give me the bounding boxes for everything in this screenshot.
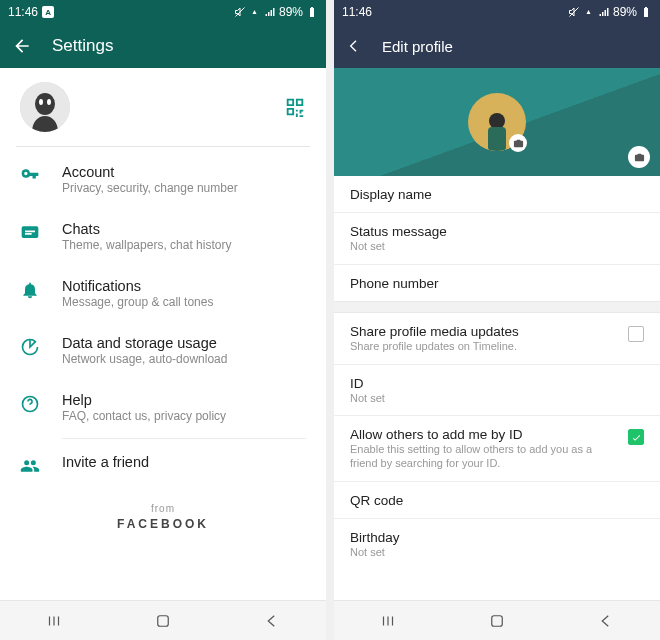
row-phone-number[interactable]: Phone number — [334, 265, 660, 301]
row-sub: Share profile updates on Timeline. — [350, 340, 616, 354]
status-time: 11:46 — [342, 5, 372, 19]
setting-sub: FAQ, contact us, privacy policy — [62, 409, 306, 423]
row-sub: Not set — [350, 240, 644, 254]
row-label: QR code — [350, 493, 644, 508]
setting-title: Data and storage usage — [62, 335, 306, 351]
status-battery: 89% — [613, 5, 637, 19]
setting-chats[interactable]: Chats Theme, wallpapers, chat history — [0, 208, 326, 265]
row-label: Birthday — [350, 530, 644, 545]
row-share-media[interactable]: Share profile media updates Share profil… — [334, 313, 660, 365]
allow-add-checkbox[interactable] — [628, 429, 644, 445]
row-label: Allow others to add me by ID — [350, 427, 616, 442]
svg-point-2 — [39, 99, 43, 105]
profile-cover[interactable] — [334, 68, 660, 176]
line-edit-profile-screen: 11:46 89% Edit profile — [334, 0, 660, 640]
row-sub: Not set — [350, 392, 644, 406]
mute-icon — [234, 6, 246, 18]
row-label: Display name — [350, 187, 644, 202]
settings-list: Account Privacy, security, change number… — [0, 147, 326, 489]
qr-code-icon[interactable] — [284, 96, 306, 118]
check-icon — [631, 432, 642, 443]
status-bar: 11:46 89% — [334, 0, 660, 24]
profile-row[interactable] — [0, 68, 326, 146]
battery-icon — [306, 6, 318, 18]
row-qr-code[interactable]: QR code — [334, 482, 660, 519]
back-icon[interactable] — [12, 36, 32, 56]
chat-icon — [20, 223, 40, 243]
status-badge-icon: A — [42, 6, 54, 18]
setting-data-storage[interactable]: Data and storage usage Network usage, au… — [0, 322, 326, 379]
whatsapp-settings-screen: 11:46 A 89% Settings — [0, 0, 326, 640]
data-usage-icon — [20, 337, 40, 357]
back-icon[interactable] — [346, 38, 362, 54]
setting-title: Account — [62, 164, 306, 180]
status-battery: 89% — [279, 5, 303, 19]
divider — [62, 438, 306, 439]
row-status-message[interactable]: Status message Not set — [334, 213, 660, 265]
signal-icon — [598, 6, 610, 18]
recent-apps-icon[interactable] — [45, 612, 63, 630]
edit-profile-list: Display name Status message Not set Phon… — [334, 176, 660, 600]
from-brand: FACEBOOK — [0, 517, 326, 531]
settings-header: Settings — [0, 24, 326, 68]
row-allow-add-by-id[interactable]: Allow others to add me by ID Enable this… — [334, 416, 660, 482]
setting-sub: Privacy, security, change number — [62, 181, 306, 195]
profile-avatar[interactable] — [20, 82, 70, 132]
back-nav-icon[interactable] — [263, 612, 281, 630]
status-time: 11:46 — [8, 5, 38, 19]
svg-rect-7 — [488, 127, 506, 151]
edit-profile-header: Edit profile — [334, 24, 660, 68]
setting-sub: Theme, wallpapers, chat history — [62, 238, 306, 252]
svg-point-1 — [35, 93, 55, 115]
recent-apps-icon[interactable] — [379, 612, 397, 630]
row-label: ID — [350, 376, 644, 391]
home-icon[interactable] — [154, 612, 172, 630]
back-nav-icon[interactable] — [597, 612, 615, 630]
row-display-name[interactable]: Display name — [334, 176, 660, 213]
people-icon — [20, 456, 40, 476]
setting-title: Invite a friend — [62, 454, 306, 470]
setting-sub: Network usage, auto-download — [62, 352, 306, 366]
battery-icon — [640, 6, 652, 18]
setting-account[interactable]: Account Privacy, security, change number — [0, 151, 326, 208]
row-sub: Enable this setting to allow others to a… — [350, 443, 616, 471]
from-facebook: from FACEBOOK — [0, 503, 326, 531]
setting-title: Chats — [62, 221, 306, 237]
svg-rect-8 — [492, 119, 502, 124]
row-label: Phone number — [350, 276, 644, 291]
row-birthday[interactable]: Birthday Not set — [334, 519, 660, 570]
change-photo-icon[interactable] — [509, 134, 527, 152]
svg-point-3 — [47, 99, 51, 105]
setting-title: Notifications — [62, 278, 306, 294]
svg-rect-4 — [158, 615, 169, 626]
status-bar: 11:46 A 89% — [0, 0, 326, 24]
setting-title: Help — [62, 392, 306, 408]
android-navbar — [0, 600, 326, 640]
change-cover-icon[interactable] — [628, 146, 650, 168]
row-label: Status message — [350, 224, 644, 239]
key-icon — [20, 166, 40, 186]
row-label: Share profile media updates — [350, 324, 616, 339]
settings-title: Settings — [52, 36, 113, 56]
setting-notifications[interactable]: Notifications Message, group & call tone… — [0, 265, 326, 322]
network-icon — [583, 6, 595, 18]
bell-icon — [20, 280, 40, 300]
from-label: from — [0, 503, 326, 514]
signal-icon — [264, 6, 276, 18]
setting-sub: Message, group & call tones — [62, 295, 306, 309]
share-media-checkbox[interactable] — [628, 326, 644, 342]
row-id[interactable]: ID Not set — [334, 365, 660, 417]
setting-invite[interactable]: Invite a friend — [0, 441, 326, 489]
edit-profile-title: Edit profile — [382, 38, 453, 55]
svg-rect-9 — [492, 615, 503, 626]
android-navbar — [334, 600, 660, 640]
network-icon — [249, 6, 261, 18]
home-icon[interactable] — [488, 612, 506, 630]
avatar-image — [20, 82, 70, 132]
camera-icon — [634, 152, 645, 163]
row-sub: Not set — [350, 546, 644, 560]
mute-icon — [568, 6, 580, 18]
help-icon — [20, 394, 40, 414]
section-gap — [334, 301, 660, 313]
setting-help[interactable]: Help FAQ, contact us, privacy policy — [0, 379, 326, 436]
